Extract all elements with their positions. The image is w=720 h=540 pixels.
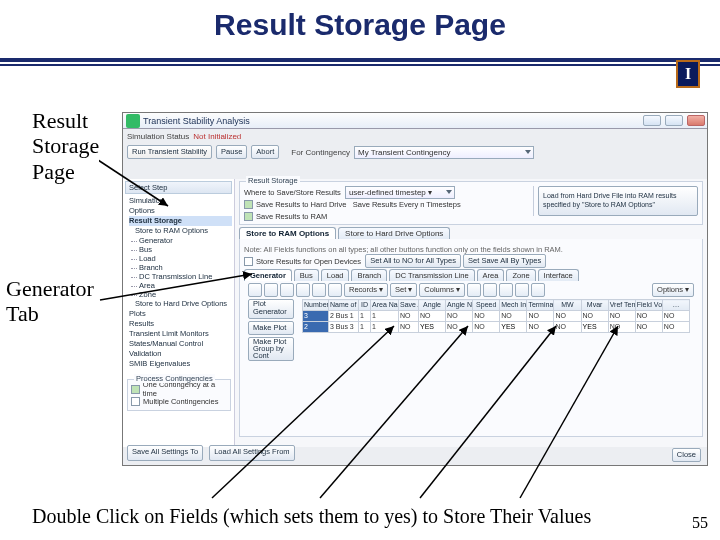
pause-button[interactable]: Pause xyxy=(216,145,247,159)
maximize-button[interactable] xyxy=(665,115,683,126)
institution-logo: I xyxy=(676,60,700,88)
subtab-interface[interactable]: Interface xyxy=(538,269,579,281)
close-button[interactable] xyxy=(687,115,705,126)
columns-menu[interactable]: Columns ▾ xyxy=(419,283,465,297)
abort-button[interactable]: Abort xyxy=(251,145,279,159)
tree-plots[interactable]: Plots xyxy=(129,309,232,319)
tab-store-hd[interactable]: Store to Hard Drive Options xyxy=(338,227,450,239)
radio-multiple-icon[interactable] xyxy=(131,397,140,406)
plot-buttons: Plot Generator Make Plot Make Plot Group… xyxy=(248,299,294,361)
tree-tlm[interactable]: Transient Limit Monitors xyxy=(129,329,232,339)
tree-generator[interactable]: Generator xyxy=(139,236,232,245)
store-open-check-icon[interactable] xyxy=(244,257,253,266)
subtab-load[interactable]: Load xyxy=(321,269,350,281)
set-no-all-button[interactable]: Set All to NO for All Types xyxy=(365,254,461,268)
toolbar-icon[interactable] xyxy=(499,283,513,297)
tree-branch[interactable]: Branch xyxy=(139,263,232,272)
tree-options[interactable]: Options xyxy=(129,206,232,216)
plot-generator-btn[interactable]: Plot Generator xyxy=(248,299,294,319)
save-every-label: Save Results Every n Timesteps xyxy=(353,200,461,209)
toolbar-icon[interactable] xyxy=(264,283,278,297)
window-title: Transient Stability Analysis xyxy=(143,116,250,126)
app-icon xyxy=(126,114,140,128)
radio-multiple-label[interactable]: Multiple Contingencies xyxy=(143,397,218,406)
option-tabs: Store to RAM Options Store to Hard Drive… xyxy=(239,227,703,239)
subtab-area[interactable]: Area xyxy=(477,269,505,281)
sim-status-value: Not Initialized xyxy=(193,132,241,141)
save-hd-check-icon[interactable] xyxy=(244,200,253,209)
save-all-settings-button[interactable]: Save All Settings To xyxy=(127,445,203,461)
contingency-label: For Contingency xyxy=(291,148,350,157)
title-rules xyxy=(0,58,720,66)
toolbar-icon[interactable] xyxy=(280,283,294,297)
callout-generator-tab: Generator Tab xyxy=(6,276,94,327)
page-number: 55 xyxy=(692,514,708,532)
tree-smib[interactable]: SMIB Eigenvalues xyxy=(129,359,232,369)
toolbar-icon[interactable] xyxy=(483,283,497,297)
process-cont-label: Process Contingencies xyxy=(134,374,215,383)
records-menu[interactable]: Records ▾ xyxy=(344,283,388,297)
tree-states[interactable]: States/Manual Control xyxy=(129,339,232,349)
grid-row[interactable]: 23 Bus 31 1NOYES NONOYES NONOYES NONONO xyxy=(303,322,690,333)
toolbar-icon[interactable] xyxy=(328,283,342,297)
where-combo[interactable]: user-defined timestep ▾ xyxy=(345,186,455,199)
subtab-generator[interactable]: Generator xyxy=(244,269,292,281)
nav-tree[interactable]: Select Step Simulation Options Result St… xyxy=(123,179,235,447)
tree-dcline[interactable]: DC Transmission Line xyxy=(139,272,232,281)
options-menu[interactable]: Options ▾ xyxy=(652,283,694,297)
tree-validation[interactable]: Validation xyxy=(129,349,232,359)
grid-toolbar: Records ▾ Set ▾ Columns ▾ Options ▾ xyxy=(248,283,694,297)
data-grid[interactable]: Number of BusName of BusID Area Name of … xyxy=(302,299,690,333)
subtab-bus[interactable]: Bus xyxy=(294,269,319,281)
load-all-settings-button[interactable]: Load All Settings From xyxy=(209,445,294,461)
slide-title: Result Storage Page xyxy=(0,0,720,58)
app-window: Transient Stability Analysis Simulation … xyxy=(122,112,708,466)
contingency-combo[interactable]: My Transient Contingency xyxy=(354,146,534,159)
make-plot-group-btn[interactable]: Make Plot Group by Cont xyxy=(248,337,294,361)
sim-status-label: Simulation Status xyxy=(127,132,189,141)
footer-instruction: Double Click on Fields (which sets them … xyxy=(32,505,591,528)
result-storage-panel: Result Storage Where to Save/Store Resul… xyxy=(235,179,707,447)
store-open-check[interactable]: Store Results for Open Devices xyxy=(256,257,361,266)
tree-load[interactable]: Load xyxy=(139,254,232,263)
make-plot-btn[interactable]: Make Plot xyxy=(248,321,294,335)
radio-one-icon[interactable] xyxy=(131,385,140,394)
tree-simulation[interactable]: Simulation xyxy=(129,196,232,206)
toolbar-icon[interactable] xyxy=(296,283,310,297)
tree-zone[interactable]: Zone xyxy=(139,290,232,299)
toolbar-icon[interactable] xyxy=(531,283,545,297)
tree-store-ram[interactable]: Store to RAM Options xyxy=(135,226,232,236)
minimize-button[interactable] xyxy=(643,115,661,126)
grid-row[interactable]: 32 Bus 11 1NONO NONONO NONONO NONONO xyxy=(303,311,690,322)
callout-result-storage-page: Result Storage Page xyxy=(32,108,99,184)
tree-area[interactable]: Area xyxy=(139,281,232,290)
grid-header-row: Number of BusName of BusID Area Name of … xyxy=(303,300,690,311)
set-save-all-button[interactable]: Set Save All By Types xyxy=(463,254,546,268)
load-hd-button[interactable]: Load from Hard Drive File into RAM resul… xyxy=(538,186,698,216)
where-label: Where to Save/Store Results xyxy=(244,188,341,197)
title-bar[interactable]: Transient Stability Analysis xyxy=(123,113,707,129)
toolbar-icon[interactable] xyxy=(515,283,529,297)
subtab-branch[interactable]: Branch xyxy=(351,269,387,281)
save-hd-check[interactable]: Save Results to Hard Drive xyxy=(256,200,346,209)
tree-result-storage[interactable]: Result Storage xyxy=(129,216,232,226)
subtab-zone[interactable]: Zone xyxy=(506,269,535,281)
tree-bus[interactable]: Bus xyxy=(139,245,232,254)
toolbar-icon[interactable] xyxy=(248,283,262,297)
save-ram-check[interactable]: Save Results to RAM xyxy=(256,212,327,221)
object-tabs: Generator Bus Load Branch DC Transmissio… xyxy=(244,269,698,281)
set-menu[interactable]: Set ▾ xyxy=(390,283,417,297)
toolbar-icon[interactable] xyxy=(467,283,481,297)
save-ram-check-icon[interactable] xyxy=(244,212,253,221)
close-dialog-button[interactable]: Close xyxy=(672,448,701,462)
tree-results[interactable]: Results xyxy=(129,319,232,329)
toolbar-icon[interactable] xyxy=(312,283,326,297)
subtab-dcline[interactable]: DC Transmission Line xyxy=(389,269,474,281)
tree-header: Select Step xyxy=(125,181,232,194)
tab-store-ram[interactable]: Store to RAM Options xyxy=(239,227,336,239)
run-ts-button[interactable]: Run Transient Stability xyxy=(127,145,212,159)
tree-store-hd[interactable]: Store to Hard Drive Options xyxy=(135,299,232,309)
group-label: Result Storage xyxy=(246,176,300,185)
